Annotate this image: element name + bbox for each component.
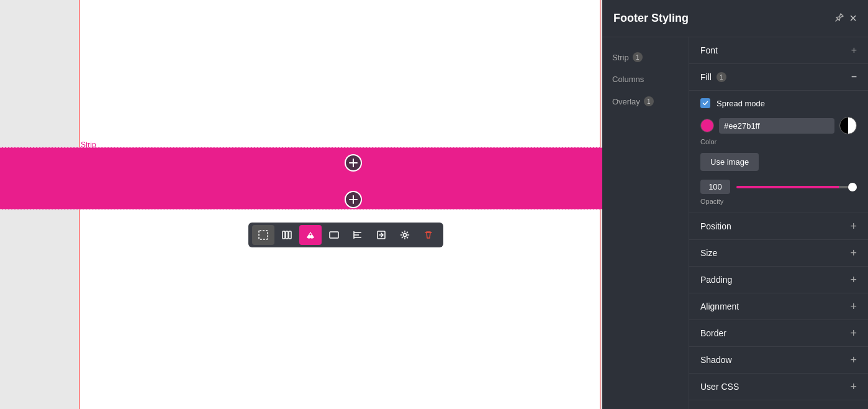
svg-point-11 [404, 234, 407, 237]
svg-rect-3 [289, 231, 291, 239]
alignment-section[interactable]: Alignment + [689, 293, 868, 320]
close-icon[interactable]: × [849, 11, 857, 25]
svg-line-12 [836, 19, 838, 21]
panel-nav: Strip 1 Columns Overlay 1 [602, 37, 689, 409]
user-css-section[interactable]: User CSS + [689, 374, 868, 400]
color-input[interactable] [719, 118, 834, 134]
size-label: Size [700, 248, 717, 258]
nav-columns-label: Columns [612, 75, 644, 84]
color-swatch[interactable] [700, 119, 714, 132]
fill-section-header[interactable]: Fill 1 − [689, 64, 868, 91]
opacity-input[interactable] [700, 180, 730, 194]
alignment-label: Alignment [700, 301, 739, 311]
size-section[interactable]: Size + [689, 240, 868, 267]
alignment-toggle-icon[interactable]: + [850, 301, 857, 312]
delete-button[interactable] [417, 225, 440, 245]
canvas-area: Strip [0, 0, 602, 409]
fill-content: Spread mode Color Use image Opacity [689, 91, 868, 213]
right-panel: Footer Styling × Strip 1 Columns Overlay [602, 0, 868, 409]
size-toggle-icon[interactable]: + [850, 247, 857, 259]
border-toggle-icon[interactable]: + [850, 328, 857, 339]
position-toggle-icon[interactable]: + [850, 221, 857, 232]
settings-button[interactable] [394, 225, 416, 245]
shadow-label: Shadow [700, 355, 732, 365]
panel-title: Footer Styling [613, 12, 689, 25]
layout-tool-button[interactable] [323, 225, 345, 245]
open-tool-button[interactable] [370, 225, 392, 245]
spread-mode-checkbox[interactable] [700, 98, 710, 108]
color-label: Color [700, 138, 857, 145]
shadow-toggle-icon[interactable]: + [850, 354, 857, 365]
font-section-title: Font [700, 45, 718, 55]
nav-item-strip[interactable]: Strip 1 [602, 47, 689, 67]
panel-header: Footer Styling × [602, 0, 868, 37]
align-left-button[interactable] [346, 225, 369, 245]
use-image-button[interactable]: Use image [700, 153, 759, 171]
nav-item-overlay[interactable]: Overlay 1 [602, 91, 689, 111]
panel-body: Strip 1 Columns Overlay 1 Font + Fill [602, 37, 868, 409]
panel-content: Font + Fill 1 − Spread mode [689, 37, 868, 409]
columns-tool-button[interactable] [276, 225, 298, 245]
font-section-toggle-icon[interactable]: + [851, 45, 857, 56]
magenta-strip[interactable] [0, 147, 602, 209]
opacity-row [700, 180, 857, 194]
opacity-slider[interactable] [736, 186, 857, 188]
nav-strip-badge: 1 [633, 52, 643, 62]
padding-label: Padding [700, 275, 732, 285]
padding-toggle-icon[interactable]: + [850, 274, 857, 285]
element-toolbar [248, 223, 443, 247]
color-row [700, 117, 857, 134]
position-section[interactable]: Position + [689, 213, 868, 240]
nav-overlay-badge: 1 [644, 96, 654, 106]
svg-rect-5 [330, 232, 338, 238]
font-section-header[interactable]: Font + [689, 37, 868, 64]
fill-section-badge: 1 [717, 72, 726, 82]
user-css-toggle-icon[interactable]: + [850, 381, 857, 392]
border-label: Border [700, 328, 726, 338]
add-section-below-button[interactable] [345, 191, 362, 208]
nav-overlay-label: Overlay [612, 97, 640, 106]
svg-point-4 [310, 234, 312, 236]
opacity-label: Opacity [700, 198, 857, 205]
svg-rect-0 [259, 231, 268, 239]
spread-mode-row: Spread mode [700, 98, 857, 108]
user-css-label: User CSS [700, 382, 739, 392]
pin-icon[interactable] [834, 12, 844, 25]
shadow-section[interactable]: Shadow + [689, 347, 868, 374]
svg-rect-1 [283, 231, 285, 239]
panel-header-icons: × [834, 11, 857, 25]
spread-mode-label: Spread mode [717, 99, 765, 108]
position-label: Position [700, 221, 731, 231]
border-section[interactable]: Border + [689, 320, 868, 347]
fill-section-title: Fill [700, 72, 712, 82]
svg-rect-2 [286, 231, 288, 239]
nav-item-columns[interactable]: Columns [602, 70, 689, 89]
fill-tool-button[interactable] [299, 225, 322, 245]
padding-section[interactable]: Padding + [689, 267, 868, 293]
color-mode-button[interactable] [839, 117, 857, 134]
nav-strip-label: Strip [612, 53, 629, 62]
select-tool-button[interactable] [252, 225, 274, 245]
add-section-above-button[interactable] [345, 154, 362, 172]
fill-section-toggle-icon[interactable]: − [851, 71, 857, 83]
